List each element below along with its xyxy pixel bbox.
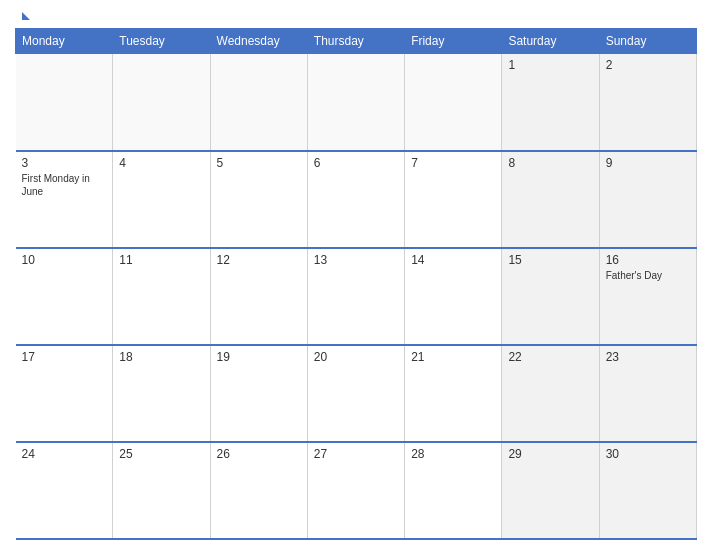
day-header-monday: Monday <box>16 29 113 54</box>
day-number: 30 <box>606 447 690 461</box>
day-number: 10 <box>22 253 107 267</box>
day-number: 5 <box>217 156 301 170</box>
calendar-cell: 13 <box>307 248 404 345</box>
calendar-cell <box>405 54 502 151</box>
calendar-cell: 23 <box>599 345 696 442</box>
calendar-table: MondayTuesdayWednesdayThursdayFridaySatu… <box>15 28 697 540</box>
logo-triangle-icon <box>22 12 30 20</box>
day-number: 19 <box>217 350 301 364</box>
calendar-cell: 18 <box>113 345 210 442</box>
calendar-week-4: 17181920212223 <box>16 345 697 442</box>
calendar-cell: 22 <box>502 345 599 442</box>
day-number: 4 <box>119 156 203 170</box>
day-number: 2 <box>606 58 690 72</box>
calendar-cell: 9 <box>599 151 696 248</box>
calendar-cell: 4 <box>113 151 210 248</box>
day-number: 16 <box>606 253 690 267</box>
calendar-week-5: 24252627282930 <box>16 442 697 539</box>
day-number: 25 <box>119 447 203 461</box>
day-number: 3 <box>22 156 107 170</box>
day-number: 17 <box>22 350 107 364</box>
day-number: 13 <box>314 253 398 267</box>
calendar-cell: 28 <box>405 442 502 539</box>
calendar-cell: 7 <box>405 151 502 248</box>
calendar-cell: 19 <box>210 345 307 442</box>
calendar-cell: 3First Monday in June <box>16 151 113 248</box>
day-number: 14 <box>411 253 495 267</box>
day-number: 9 <box>606 156 690 170</box>
calendar-cell: 2 <box>599 54 696 151</box>
event-text: Father's Day <box>606 269 690 282</box>
day-number: 29 <box>508 447 592 461</box>
day-number: 12 <box>217 253 301 267</box>
calendar-cell: 5 <box>210 151 307 248</box>
day-header-tuesday: Tuesday <box>113 29 210 54</box>
calendar-cell: 15 <box>502 248 599 345</box>
calendar-cell: 25 <box>113 442 210 539</box>
day-number: 22 <box>508 350 592 364</box>
day-number: 27 <box>314 447 398 461</box>
day-header-saturday: Saturday <box>502 29 599 54</box>
calendar-cell: 11 <box>113 248 210 345</box>
calendar-cell <box>307 54 404 151</box>
calendar-cell <box>113 54 210 151</box>
day-number: 21 <box>411 350 495 364</box>
day-number: 11 <box>119 253 203 267</box>
day-number: 1 <box>508 58 592 72</box>
event-text: First Monday in June <box>22 172 107 198</box>
calendar-cell: 10 <box>16 248 113 345</box>
day-header-sunday: Sunday <box>599 29 696 54</box>
calendar-cell: 27 <box>307 442 404 539</box>
day-number: 24 <box>22 447 107 461</box>
day-header-friday: Friday <box>405 29 502 54</box>
day-number: 15 <box>508 253 592 267</box>
day-number: 6 <box>314 156 398 170</box>
logo <box>20 10 30 20</box>
page-wrapper: MondayTuesdayWednesdayThursdayFridaySatu… <box>0 0 712 550</box>
days-of-week-row: MondayTuesdayWednesdayThursdayFridaySatu… <box>16 29 697 54</box>
calendar-cell <box>210 54 307 151</box>
calendar-week-2: 3First Monday in June456789 <box>16 151 697 248</box>
calendar-cell: 30 <box>599 442 696 539</box>
calendar-cell: 21 <box>405 345 502 442</box>
day-number: 20 <box>314 350 398 364</box>
calendar-week-1: 12 <box>16 54 697 151</box>
day-header-wednesday: Wednesday <box>210 29 307 54</box>
calendar-cell: 16Father's Day <box>599 248 696 345</box>
day-number: 7 <box>411 156 495 170</box>
day-number: 8 <box>508 156 592 170</box>
calendar-cell <box>16 54 113 151</box>
day-number: 28 <box>411 447 495 461</box>
calendar-cell: 20 <box>307 345 404 442</box>
calendar-cell: 1 <box>502 54 599 151</box>
day-number: 18 <box>119 350 203 364</box>
calendar-cell: 17 <box>16 345 113 442</box>
calendar-cell: 6 <box>307 151 404 248</box>
calendar-cell: 8 <box>502 151 599 248</box>
day-number: 23 <box>606 350 690 364</box>
day-number: 26 <box>217 447 301 461</box>
calendar-cell: 14 <box>405 248 502 345</box>
header <box>15 10 697 20</box>
calendar-cell: 24 <box>16 442 113 539</box>
calendar-cell: 26 <box>210 442 307 539</box>
day-header-thursday: Thursday <box>307 29 404 54</box>
calendar-cell: 29 <box>502 442 599 539</box>
calendar-cell: 12 <box>210 248 307 345</box>
calendar-week-3: 10111213141516Father's Day <box>16 248 697 345</box>
